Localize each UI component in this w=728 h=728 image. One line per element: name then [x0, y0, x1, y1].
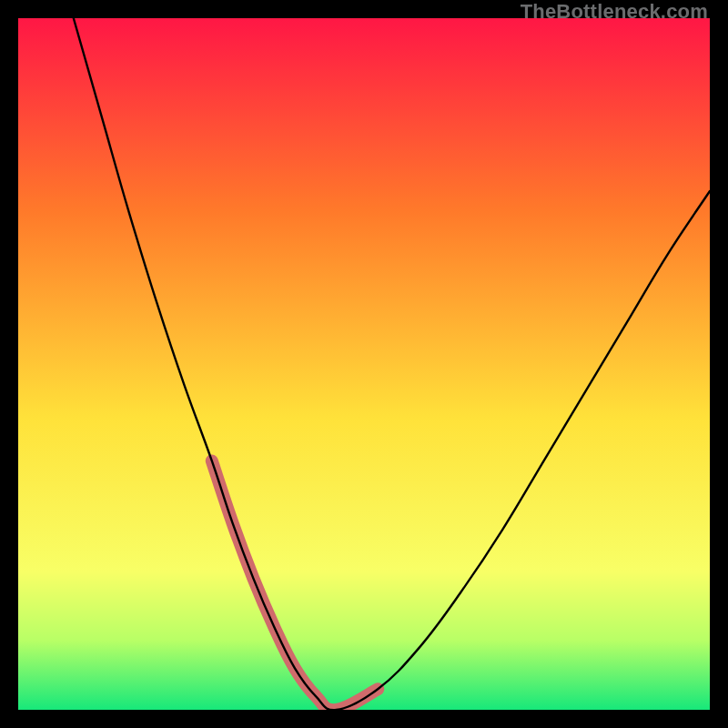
svg-rect-0 — [18, 18, 710, 710]
plot-area — [18, 18, 710, 710]
bottleneck-chart — [18, 18, 710, 710]
watermark-text: TheBottleneck.com — [521, 0, 708, 24]
chart-frame: TheBottleneck.com — [0, 0, 728, 728]
